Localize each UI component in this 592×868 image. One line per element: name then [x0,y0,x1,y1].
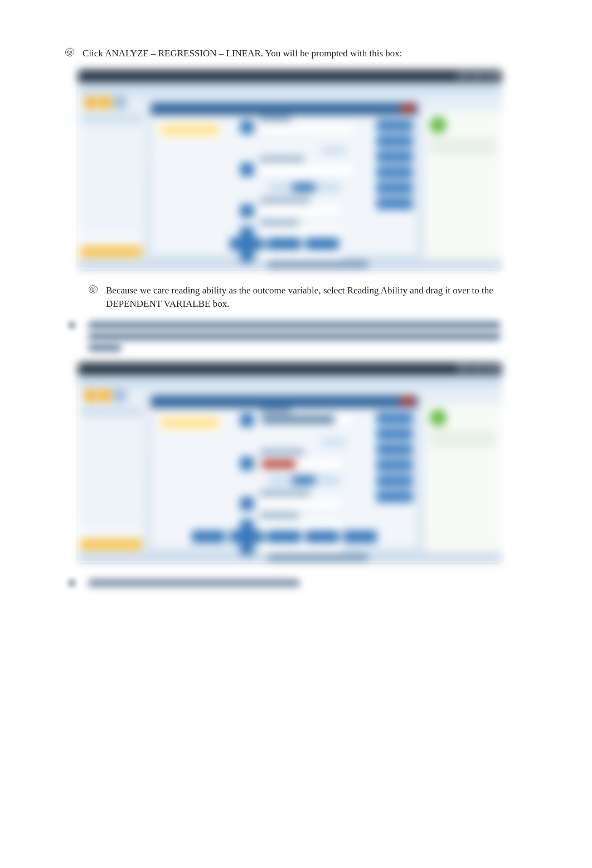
bullet-text: Because we care reading ability as the o… [106,284,547,311]
bullet-glyph-icon: 🞋 [65,47,72,59]
bullet-glyph-icon: 🞋 [88,284,96,296]
figure-1 [78,70,502,271]
obscured-paragraph [88,320,512,351]
bullet-item: 🞋 Click ANALYZE – REGRESSION – LINEAR. Y… [65,47,547,61]
bullet-item: 🞋 Because we care reading ability as the… [88,284,547,311]
obscured-line [88,577,367,591]
bullet-text: Click ANALYZE – REGRESSION – LINEAR. You… [83,47,402,61]
figure-2 [78,363,502,563]
